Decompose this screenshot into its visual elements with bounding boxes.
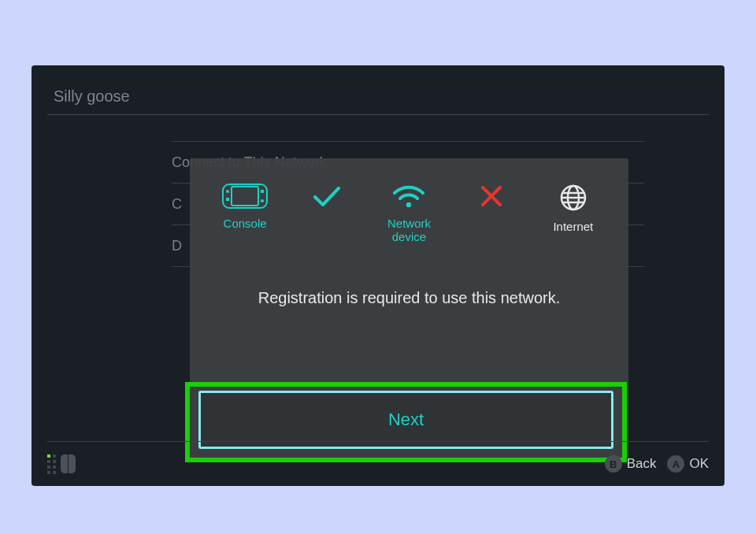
console-icon xyxy=(222,184,268,209)
b-button-icon: B xyxy=(605,455,622,473)
svg-rect-0 xyxy=(223,184,267,208)
check-icon xyxy=(311,184,343,209)
svg-point-6 xyxy=(406,202,411,207)
a-button-icon: A xyxy=(667,455,684,473)
next-button[interactable]: Next xyxy=(198,391,613,449)
console-to-network-status xyxy=(287,184,366,209)
wifi-icon xyxy=(391,184,426,209)
settings-screen: Silly goose Connect to This Network C D xyxy=(32,65,724,486)
footer-bar: B Back A OK xyxy=(47,441,709,486)
svg-rect-4 xyxy=(226,198,229,201)
svg-rect-1 xyxy=(232,187,258,206)
console-status: Console xyxy=(206,184,284,230)
screen-header: Silly goose xyxy=(47,72,709,115)
page-title: Silly goose xyxy=(54,87,130,106)
joycon-icon xyxy=(61,454,76,473)
internet-status: Internet xyxy=(534,184,613,233)
network-device-status: Network device xyxy=(369,184,448,243)
svg-rect-5 xyxy=(261,190,264,193)
network-to-internet-status xyxy=(452,184,531,209)
player-indicator-icon xyxy=(47,454,56,474)
ok-label: OK xyxy=(689,456,709,472)
x-icon xyxy=(479,184,504,209)
ok-hint[interactable]: A OK xyxy=(667,455,709,473)
back-label: Back xyxy=(627,456,657,472)
next-button-label: Next xyxy=(388,410,424,430)
back-hint[interactable]: B Back xyxy=(605,455,657,473)
registration-dialog: Console Network device xyxy=(190,158,628,458)
internet-label: Internet xyxy=(553,220,593,233)
button-hints: B Back A OK xyxy=(605,455,709,473)
svg-point-2 xyxy=(226,190,229,193)
globe-icon xyxy=(559,184,587,212)
status-icon-row: Console Network device xyxy=(190,177,628,278)
network-device-label: Network device xyxy=(369,217,448,243)
controller-status xyxy=(47,454,76,474)
svg-point-3 xyxy=(261,199,264,202)
dialog-message: Registration is required to use this net… xyxy=(190,289,628,307)
console-label: Console xyxy=(224,217,267,230)
